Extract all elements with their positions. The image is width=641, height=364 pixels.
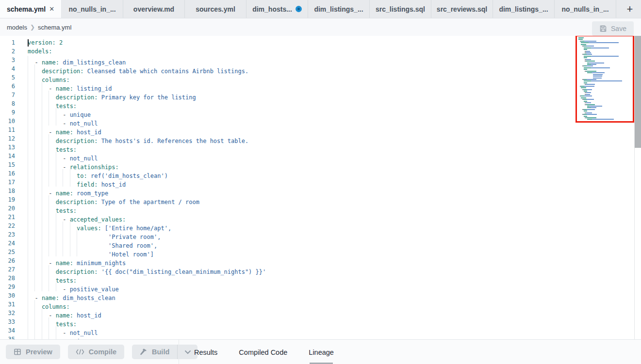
code-line-4: 4description: Cleansed table which conta…	[0, 64, 575, 73]
code-line-content: 'Shared room',	[21, 239, 157, 248]
code-line-26: 26- name: minimum_nights	[0, 256, 575, 265]
line-number: 35	[0, 335, 21, 339]
code-line-content: - name: host_id	[21, 126, 101, 134]
line-number: 31	[0, 300, 21, 309]
line-number: 17	[0, 178, 21, 187]
code-line-content: tests:	[21, 143, 77, 152]
tab-compiled-code[interactable]: Compiled Code	[239, 340, 287, 364]
editor-tab-label: dim_listings_...	[314, 5, 363, 13]
editor-tab-label: no_nulls_in_...	[68, 5, 115, 13]
code-line-7: 7description: Primary key for the listin…	[0, 91, 575, 99]
new-tab-button[interactable]: +	[619, 0, 641, 18]
line-number: 1	[0, 38, 21, 47]
line-number: 25	[0, 248, 21, 256]
code-line-content: field: host_id	[21, 178, 126, 187]
code-line-16: 16to: ref('dim_hosts_clean')	[0, 169, 575, 178]
code-editor[interactable]: 1version: 22models:3- name: dim_listings…	[0, 36, 641, 339]
code-line-content: description: Type of the apartment / roo…	[21, 195, 199, 204]
text-cursor	[28, 39, 29, 47]
line-number: 6	[0, 82, 21, 91]
editor-tab-9[interactable]: no_nulls_in_...	[555, 0, 616, 18]
code-line-18: 18- name: room_type	[0, 187, 575, 195]
code-line-6: 6- name: listing_id	[0, 82, 575, 91]
editor-tab-5[interactable]: dim_listings_...	[308, 0, 370, 18]
line-number: 23	[0, 230, 21, 239]
code-brackets-icon	[76, 348, 84, 355]
editor-tab-1[interactable]: no_nulls_in_...	[62, 0, 123, 18]
editor-tab-3[interactable]: sources.yml	[185, 0, 247, 18]
compile-button-label: Compile	[89, 348, 116, 356]
code-line-content: - positive_value	[21, 283, 119, 291]
code-line-29: 29- positive_value	[0, 283, 575, 291]
line-number: 19	[0, 195, 21, 204]
line-number: 12	[0, 134, 21, 143]
save-floppy-icon	[599, 25, 607, 32]
hammer-icon	[140, 348, 148, 356]
vertical-scrollbar[interactable]	[634, 36, 641, 339]
unsaved-changes-indicator-icon	[296, 6, 302, 12]
code-line-content: - relationships:	[21, 160, 119, 169]
close-tab-icon[interactable]: ✕	[49, 5, 54, 13]
line-number: 34	[0, 326, 21, 335]
tab-results[interactable]: Results	[194, 340, 217, 364]
line-number: 5	[0, 73, 21, 82]
line-number: 16	[0, 169, 21, 178]
code-line-content: - name: dim_hosts_clean	[21, 291, 115, 300]
save-button-label: Save	[611, 25, 626, 32]
editor-tab-label: no_nulls_in_...	[561, 5, 608, 13]
editor-tab-7[interactable]: src_reviews.sql	[431, 0, 493, 18]
line-number: 32	[0, 309, 21, 317]
code-line-27: 27description: '{{ doc("dim_listing_clea…	[0, 265, 575, 274]
code-line-19: 19description: Type of the apartment / r…	[0, 195, 575, 204]
result-panel-tabs: Results Compiled Code Lineage	[194, 340, 334, 364]
compile-button[interactable]: Compile	[68, 345, 124, 359]
save-button[interactable]: Save	[592, 21, 634, 36]
code-line-10: 10- not_null	[0, 117, 575, 126]
tab-lineage-label: Lineage	[309, 348, 334, 356]
breadcrumb-item-models[interactable]: models	[7, 24, 27, 31]
preview-button[interactable]: Preview	[6, 345, 60, 359]
line-number: 29	[0, 283, 21, 291]
build-split-button: Build	[132, 345, 197, 359]
code-line-content: - not_null	[21, 152, 98, 160]
code-line-content: - unique	[21, 108, 91, 117]
editor-tab-6[interactable]: src_listings.sql	[370, 0, 431, 18]
line-number: 24	[0, 239, 21, 248]
code-line-content: - not_null	[21, 117, 98, 126]
line-number: 2	[0, 47, 21, 56]
code-line-34: 34- not_null	[0, 326, 575, 335]
code-line-content: - unique	[21, 335, 91, 339]
tab-lineage[interactable]: Lineage	[309, 340, 334, 364]
code-line-content: - name: room_type	[21, 187, 108, 195]
editor-tab-strip: schema.yml✕no_nulls_in_...overview.mdsou…	[0, 0, 641, 18]
line-number: 10	[0, 117, 21, 126]
build-button-label: Build	[152, 348, 169, 356]
editor-tab-label: sources.yml	[196, 5, 235, 13]
code-line-content: columns:	[21, 300, 70, 309]
line-number: 11	[0, 126, 21, 134]
editor-tab-2[interactable]: overview.md	[123, 0, 185, 18]
editor-tab-label: overview.md	[133, 5, 174, 13]
code-line-25: 25 'Hotel room']	[0, 248, 575, 256]
panel-divider	[179, 340, 179, 364]
editor-tab-0[interactable]: schema.yml✕	[0, 0, 62, 18]
line-number: 4	[0, 64, 21, 73]
editor-tab-label: dim_hosts...	[252, 5, 292, 13]
code-line-11: 11- name: host_id	[0, 126, 575, 134]
code-line-12: 12description: The hosts's id. Reference…	[0, 134, 575, 143]
code-line-content: tests:	[21, 274, 77, 283]
code-line-content: - name: listing_id	[21, 82, 112, 91]
code-line-content: 'Private room',	[21, 230, 161, 239]
scrollbar-thumb[interactable]	[635, 36, 641, 148]
code-line-15: 15- relationships:	[0, 160, 575, 169]
code-line-9: 9- unique	[0, 108, 575, 117]
editor-tab-8[interactable]: dim_listings_...	[493, 0, 555, 18]
build-button[interactable]: Build	[132, 345, 177, 359]
code-line-content: - not_null	[21, 326, 98, 335]
line-number: 14	[0, 152, 21, 160]
code-line-content: tests:	[21, 99, 77, 108]
breadcrumb-item-file: schema.yml	[38, 24, 71, 31]
editor-tab-4[interactable]: dim_hosts...	[247, 0, 308, 18]
editor-tab-label: dim_listings_...	[499, 5, 548, 13]
table-grid-icon	[14, 348, 21, 356]
